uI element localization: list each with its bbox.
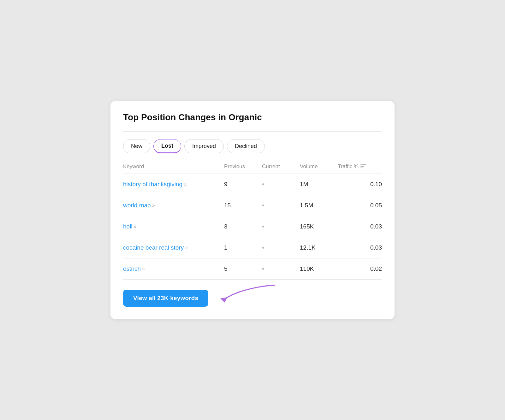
previous-4: 5 — [224, 265, 262, 272]
table-header: Keyword Previous Current Volume Traffic … — [123, 163, 382, 174]
current-3: • — [262, 244, 300, 252]
tab-new[interactable]: New — [123, 139, 150, 153]
header-previous: Previous — [224, 163, 262, 170]
volume-3: 12.1K — [300, 244, 338, 251]
traffic-2: 0.03 — [338, 223, 382, 230]
previous-0: 9 — [224, 181, 262, 188]
chevrons-icon-3: » — [185, 245, 187, 251]
current-0: • — [262, 180, 300, 188]
table-row: history of thanksgiving » 9 • 1M 0.10 — [123, 174, 382, 195]
current-2: • — [262, 222, 300, 231]
table-row: ostrich » 5 • 110K 0.02 — [123, 258, 382, 280]
keyword-link-3[interactable]: cocaine bear real story » — [123, 244, 224, 251]
traffic-3: 0.03 — [338, 244, 382, 251]
current-1: • — [262, 201, 300, 210]
volume-0: 1M — [300, 181, 338, 188]
table-row: cocaine bear real story » 1 • 12.1K 0.03 — [123, 237, 382, 258]
keyword-link-2[interactable]: holi » — [123, 223, 224, 230]
chevrons-icon-1: » — [152, 203, 154, 208]
chevrons-icon-0: » — [184, 181, 186, 187]
tab-lost[interactable]: Lost — [153, 139, 181, 153]
tab-declined[interactable]: Declined — [227, 139, 265, 153]
header-traffic: Traffic % — [338, 163, 382, 170]
keyword-link-0[interactable]: history of thanksgiving » — [123, 181, 224, 188]
previous-2: 3 — [224, 223, 262, 230]
table-row: holi » 3 • 165K 0.03 — [123, 216, 382, 237]
previous-1: 15 — [224, 202, 262, 209]
keyword-link-4[interactable]: ostrich » — [123, 265, 224, 272]
header-volume: Volume — [300, 163, 338, 170]
volume-1: 1.5M — [300, 202, 338, 209]
filter-icon[interactable] — [360, 164, 366, 169]
title-divider — [123, 131, 382, 132]
card-title: Top Position Changes in Organic — [123, 112, 382, 122]
header-keyword: Keyword — [123, 163, 224, 170]
traffic-4: 0.02 — [338, 265, 382, 272]
current-4: • — [262, 265, 300, 273]
keyword-link-1[interactable]: world map » — [123, 202, 224, 209]
chevrons-icon-4: » — [142, 266, 144, 272]
decorative-arrow — [215, 282, 278, 307]
volume-2: 165K — [300, 223, 338, 230]
traffic-0: 0.10 — [338, 181, 382, 188]
previous-3: 1 — [224, 244, 262, 251]
header-current: Current — [262, 163, 300, 170]
table-row: world map » 15 • 1.5M 0.05 — [123, 195, 382, 216]
svg-marker-0 — [220, 297, 227, 303]
view-all-button[interactable]: View all 23K keywords — [123, 290, 208, 307]
chevrons-icon-2: » — [134, 224, 136, 229]
volume-4: 110K — [300, 265, 338, 272]
tab-group: New Lost Improved Declined — [123, 139, 382, 153]
tab-improved[interactable]: Improved — [184, 139, 224, 153]
footer: View all 23K keywords — [123, 280, 382, 307]
main-card: Top Position Changes in Organic New Lost… — [110, 101, 395, 319]
traffic-1: 0.05 — [338, 202, 382, 209]
